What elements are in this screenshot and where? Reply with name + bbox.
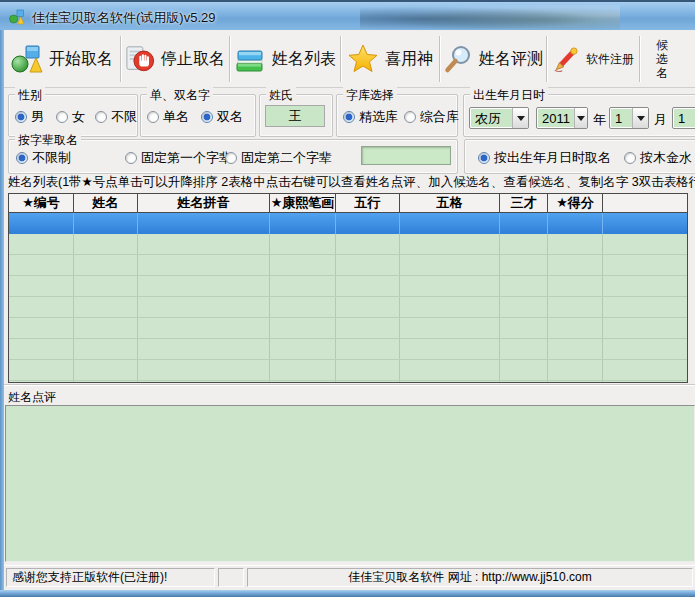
radio-label: 按木金水 <box>640 149 692 167</box>
name-list-button[interactable]: 姓名列表 <box>230 33 340 85</box>
table-cell <box>603 213 687 234</box>
candidate-names-button[interactable]: 候选名 <box>640 33 684 85</box>
radio-icon <box>478 152 490 164</box>
day-select[interactable]: 1 <box>672 107 695 129</box>
window-bottom-border <box>0 590 695 597</box>
table-cell <box>336 255 400 275</box>
gender-groupbox: 性别 男 女 不限 <box>8 94 138 137</box>
table-cell <box>336 213 400 234</box>
radio-icon <box>56 111 68 123</box>
radio-label: 双名 <box>217 108 243 126</box>
comment-section-label: 姓名点评 <box>8 389 56 406</box>
table-row-selected[interactable] <box>9 213 687 234</box>
table-cell <box>548 318 603 338</box>
surname-input[interactable]: 王 <box>265 105 325 127</box>
generation-radio-fix-second[interactable]: 固定第二个字辈 <box>225 149 332 167</box>
start-naming-button[interactable]: 开始取名 <box>4 33 120 85</box>
table-row[interactable] <box>9 339 687 360</box>
table-cell <box>9 318 74 338</box>
birthdate-group-label: 出生年月日时 <box>470 87 548 104</box>
stop-naming-button[interactable]: 停止取名 <box>121 33 229 85</box>
app-icon <box>9 9 25 25</box>
name-evaluation-button[interactable]: 姓名评测 <box>440 33 546 85</box>
month-select[interactable]: 1 <box>609 107 649 129</box>
section-divider <box>4 384 695 385</box>
table-cell <box>548 381 603 383</box>
table-cell <box>138 255 270 275</box>
year-select[interactable]: 2011 <box>536 107 588 129</box>
table-row[interactable] <box>9 276 687 297</box>
table-cell <box>9 381 74 383</box>
window-left-border <box>0 30 4 590</box>
calendar-value: 农历 <box>471 109 512 127</box>
column-header-three-talents[interactable]: 三才 <box>500 194 548 212</box>
table-cell <box>400 234 500 254</box>
favorable-god-button[interactable]: 喜用神 <box>341 33 439 85</box>
software-register-button[interactable]: 软件注册 <box>547 33 639 85</box>
generation-radio-unlimited[interactable]: 不限制 <box>16 149 71 167</box>
software-register-label: 软件注册 <box>586 51 634 68</box>
table-row[interactable] <box>9 318 687 339</box>
table-row[interactable] <box>9 360 687 381</box>
table-cell <box>74 234 138 254</box>
table-cell <box>138 318 270 338</box>
radio-icon <box>404 111 416 123</box>
table-row[interactable] <box>9 297 687 318</box>
stop-hand-icon <box>125 44 155 74</box>
gender-radio-any[interactable]: 不限 <box>95 108 137 126</box>
column-header-five-elements[interactable]: 五行 <box>336 194 400 212</box>
selected-library-radio[interactable]: 精选库 <box>343 108 398 126</box>
column-header-five-grids[interactable]: 五格 <box>400 194 500 212</box>
table-cell <box>74 339 138 359</box>
column-header-pinyin[interactable]: 姓名拼音 <box>138 194 270 212</box>
chevron-down-icon <box>632 108 648 128</box>
gender-radio-male[interactable]: 男 <box>15 108 44 126</box>
titlebar[interactable]: 佳佳宝贝取名软件(试用版)v5.29 <box>0 0 695 30</box>
chevron-down-icon <box>574 108 587 128</box>
table-cell <box>603 297 687 317</box>
table-cell <box>270 339 336 359</box>
table-cell <box>270 276 336 296</box>
name-length-groupbox: 单、双名字 单名 双名 <box>140 94 256 137</box>
table-cell <box>74 297 138 317</box>
column-header-number[interactable]: ★编号 <box>9 194 74 212</box>
table-row[interactable] <box>9 255 687 276</box>
table-cell <box>336 339 400 359</box>
table-cell <box>603 255 687 275</box>
table-cell <box>400 255 500 275</box>
radio-icon <box>201 111 213 123</box>
table-cell <box>138 213 270 234</box>
generation-radio-fix-first[interactable]: 固定第一个字辈 <box>125 149 232 167</box>
gender-radio-female[interactable]: 女 <box>56 108 85 126</box>
star-icon <box>347 43 379 75</box>
table-cell <box>603 381 687 383</box>
double-name-radio[interactable]: 双名 <box>201 108 243 126</box>
table-row[interactable] <box>9 234 687 255</box>
name-length-group-label: 单、双名字 <box>147 87 213 104</box>
table-cell <box>9 297 74 317</box>
column-header-score[interactable]: ★得分 <box>548 194 603 212</box>
radio-label: 综合库 <box>420 108 459 126</box>
radio-label: 固定第二个字辈 <box>241 149 332 167</box>
table-cell <box>500 234 548 254</box>
comprehensive-library-radio[interactable]: 综合库 <box>404 108 459 126</box>
method-radio-elements[interactable]: 按木金水 <box>624 149 692 167</box>
year-value: 2011 <box>538 109 574 127</box>
table-cell <box>548 234 603 254</box>
table-cell <box>548 339 603 359</box>
radio-icon <box>16 152 28 164</box>
start-naming-label: 开始取名 <box>49 49 113 70</box>
table-cell <box>500 318 548 338</box>
month-suffix-label: 月 <box>654 111 667 129</box>
radio-label: 不限 <box>111 108 137 126</box>
table-row[interactable] <box>9 381 687 383</box>
method-radio-birthdate[interactable]: 按出生年月日时取名 <box>478 149 611 167</box>
column-header-name[interactable]: 姓名 <box>74 194 138 212</box>
single-name-radio[interactable]: 单名 <box>147 108 189 126</box>
radio-icon <box>624 152 636 164</box>
table-cell <box>336 360 400 380</box>
calendar-select[interactable]: 农历 <box>469 107 529 129</box>
generation-char-input[interactable] <box>361 146 451 165</box>
column-header-strokes[interactable]: ★康熙笔画 <box>270 194 336 212</box>
name-list-hint: 姓名列表(1带★号点单击可以升降排序 2表格中点击右键可以查看姓名点评、加入候选… <box>8 174 695 191</box>
